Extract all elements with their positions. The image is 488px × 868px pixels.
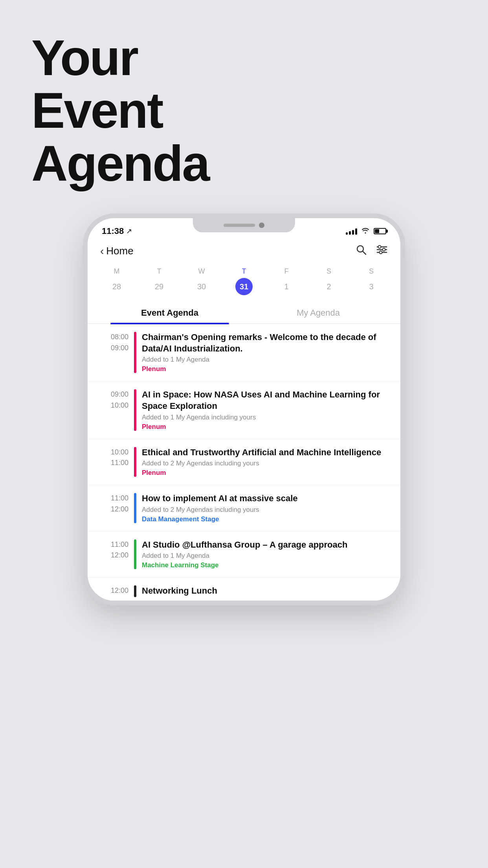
signal-icon	[346, 228, 357, 235]
agenda-list: 08:00 09:00 Chairman's Opening remarks -…	[88, 324, 400, 601]
cal-day-sun[interactable]: S 3	[356, 267, 387, 295]
agenda-item-4[interactable]: 11:00 12:00 How to implement AI at massi…	[88, 485, 400, 531]
status-bar: 11:38 ↗	[88, 218, 400, 239]
color-bar-4	[134, 493, 136, 523]
tab-event-agenda[interactable]: Event Agenda	[95, 302, 244, 324]
svg-point-7	[380, 251, 382, 254]
agenda-item-3[interactable]: 10:00 11:00 Ethical and Trustworthy Arti…	[88, 439, 400, 485]
svg-point-5	[378, 246, 381, 248]
cal-day-sat[interactable]: S 2	[313, 267, 345, 295]
agenda-item-2[interactable]: 09:00 10:00 AI in Space: How NASA Uses A…	[88, 381, 400, 439]
cal-day-fri[interactable]: F 1	[271, 267, 302, 295]
color-bar-5	[134, 539, 136, 570]
svg-line-1	[363, 252, 366, 255]
wifi-icon	[361, 227, 370, 235]
event-content-1: Chairman's Opening remarks - Welcome to …	[142, 332, 391, 373]
nav-actions	[356, 244, 388, 258]
cal-day-mon[interactable]: M 28	[101, 267, 132, 295]
search-icon[interactable]	[356, 244, 367, 258]
back-arrow-icon: ‹	[100, 245, 104, 257]
agenda-item-5[interactable]: 11:00 12:00 AI Studio @Lufthansa Group –…	[88, 531, 400, 578]
location-arrow-icon: ↗	[126, 227, 132, 235]
tab-my-agenda[interactable]: My Agenda	[244, 302, 393, 324]
cal-day-thu-active[interactable]: T 31	[228, 267, 260, 295]
agenda-item-1[interactable]: 08:00 09:00 Chairman's Opening remarks -…	[88, 324, 400, 381]
event-content-2: AI in Space: How NASA Uses AI and Machin…	[142, 389, 391, 430]
svg-point-0	[357, 246, 363, 252]
time-col-5: 11:00 12:00	[97, 539, 128, 570]
cal-day-wed[interactable]: W 30	[186, 267, 217, 295]
filter-icon[interactable]	[376, 244, 388, 258]
back-label: Home	[106, 245, 133, 257]
calendar-strip: M 28 T 29 W 30 T 31 F 1 S 2	[88, 263, 400, 302]
event-content-5: AI Studio @Lufthansa Group – A garage ap…	[142, 539, 391, 570]
time-col-3: 10:00 11:00	[97, 447, 128, 477]
phone-frame: 11:38 ↗	[83, 213, 405, 605]
event-content-4: How to implement AI at massive scale Add…	[142, 493, 391, 523]
cal-day-tue[interactable]: T 29	[143, 267, 175, 295]
agenda-item-6[interactable]: 12:00 Networking Lunch	[88, 577, 400, 601]
status-time: 11:38 ↗	[102, 226, 132, 236]
event-content-3: Ethical and Trustworthy Artificial and M…	[142, 447, 391, 477]
event-content-6: Networking Lunch	[142, 585, 391, 597]
color-bar-3	[134, 447, 136, 477]
color-bar-1	[134, 332, 136, 373]
notch-camera	[259, 223, 264, 228]
svg-point-6	[383, 248, 385, 251]
agenda-tabs: Event Agenda My Agenda	[88, 302, 400, 324]
color-bar-6	[134, 585, 136, 597]
status-indicators	[346, 227, 386, 235]
nav-bar: ‹ Home	[88, 239, 400, 263]
notch-speaker	[224, 224, 255, 227]
time-col-4: 11:00 12:00	[97, 493, 128, 523]
phone-mockup: 11:38 ↗	[0, 213, 488, 605]
battery-icon	[374, 228, 386, 234]
time-col-6: 12:00	[97, 585, 128, 597]
time-col-1: 08:00 09:00	[97, 332, 128, 373]
time-col-2: 09:00 10:00	[97, 389, 128, 430]
color-bar-2	[134, 389, 136, 430]
back-button[interactable]: ‹ Home	[100, 245, 134, 257]
phone-notch	[193, 218, 295, 232]
hero-title: Your Event Agenda	[0, 0, 488, 190]
